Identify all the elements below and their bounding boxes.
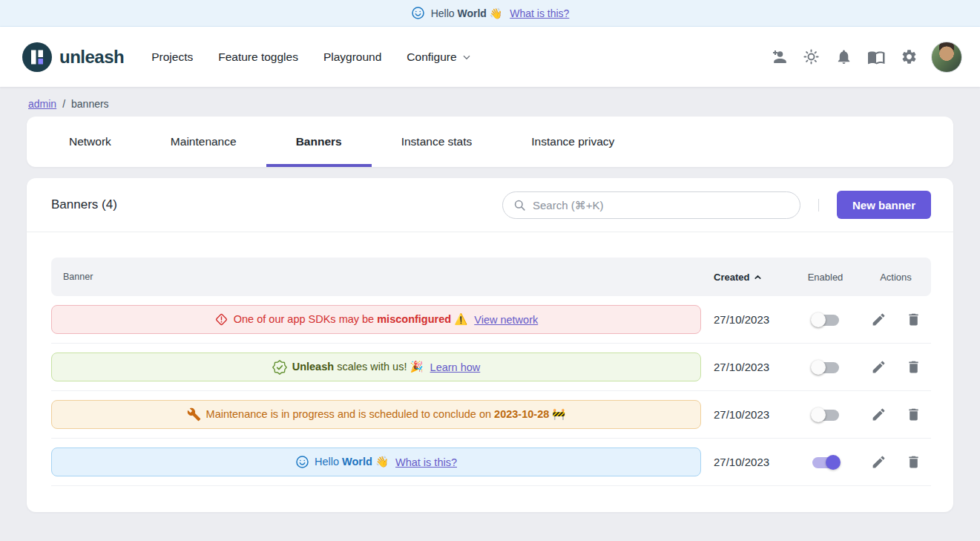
nav-configure[interactable]: Configure: [394, 43, 484, 71]
trash-icon: [906, 454, 921, 470]
trash-icon: [906, 407, 921, 422]
created-date: 27/10/2023: [714, 456, 790, 468]
delete-banner-button[interactable]: [906, 454, 921, 470]
search-box[interactable]: [502, 191, 800, 219]
smiley-icon: [411, 6, 425, 20]
banner-message: Hello World 👋: [315, 456, 389, 468]
notifications-button[interactable]: [827, 41, 860, 73]
nav-playground[interactable]: Playground: [311, 43, 394, 71]
enabled-toggle[interactable]: [811, 454, 841, 470]
theme-toggle-button[interactable]: [795, 41, 827, 73]
delete-banner-button[interactable]: [906, 407, 921, 422]
column-banner: Banner: [51, 272, 714, 282]
tab-instance-stats[interactable]: Instance stats: [372, 117, 502, 167]
table-row: One of our app SDKs may be misconfigured…: [51, 296, 931, 344]
brand-name: unleash: [59, 47, 124, 68]
edit-banner-button[interactable]: [871, 312, 887, 327]
chevron-down-icon: [461, 51, 473, 63]
delete-banner-button[interactable]: [906, 359, 921, 375]
add-user-icon: [769, 48, 787, 66]
panel-header: Banners (4) New banner: [27, 178, 953, 232]
pencil-icon: [871, 359, 887, 375]
enabled-toggle[interactable]: [811, 312, 841, 328]
wrench-icon: [187, 407, 201, 422]
breadcrumb-separator: /: [62, 98, 65, 110]
tab-banners[interactable]: Banners: [266, 117, 372, 167]
banner-link[interactable]: What is this?: [395, 456, 457, 468]
created-date: 27/10/2023: [714, 313, 790, 326]
docs-book-icon: [867, 48, 885, 66]
banner-preview-info: Hello World 👋 What is this?: [51, 447, 701, 476]
search-input[interactable]: [533, 199, 791, 212]
new-banner-button[interactable]: New banner: [837, 191, 931, 219]
announcement-banner: Hello World 👋 What is this?: [0, 0, 980, 27]
banner-preview-warning: Maintenance is in progress and is schedu…: [51, 400, 701, 429]
breadcrumb-admin[interactable]: admin: [28, 98, 56, 110]
settings-gear-icon: [901, 48, 918, 65]
unleash-logo[interactable]: unleash: [22, 42, 124, 72]
table-row: Maintenance is in progress and is schedu…: [51, 391, 931, 439]
documentation-button[interactable]: [860, 41, 892, 73]
trash-icon: [906, 312, 921, 327]
announcement-text: Hello World 👋: [431, 7, 503, 19]
table-row: Unleash scales with us! 🎉 Learn how 27/1…: [51, 344, 931, 391]
table-row: Hello World 👋 What is this? 27/10/2023: [51, 439, 931, 486]
admin-tabs: Network Maintenance Banners Instance sta…: [27, 117, 953, 167]
notifications-bell-icon: [835, 48, 852, 65]
banner-message: Maintenance is in progress and is schedu…: [206, 408, 566, 421]
column-enabled: Enabled: [790, 272, 861, 283]
edit-banner-button[interactable]: [871, 454, 887, 470]
announcement-link[interactable]: What is this?: [510, 7, 569, 19]
banner-message: One of our app SDKs may be misconfigured…: [234, 313, 467, 326]
breadcrumb: admin / banners: [0, 87, 980, 117]
settings-button[interactable]: [892, 41, 925, 73]
tab-maintenance[interactable]: Maintenance: [141, 117, 266, 167]
created-date: 27/10/2023: [714, 408, 790, 421]
search-icon: [513, 198, 527, 212]
main-nav: Projects Feature toggles Playground Conf…: [139, 43, 484, 71]
pencil-icon: [871, 312, 887, 327]
enabled-toggle[interactable]: [811, 407, 841, 423]
delete-banner-button[interactable]: [906, 312, 921, 327]
nav-projects[interactable]: Projects: [139, 43, 205, 71]
created-date: 27/10/2023: [714, 361, 790, 373]
theme-sun-icon: [803, 48, 820, 65]
pencil-icon: [871, 407, 887, 422]
banner-link[interactable]: View network: [474, 314, 538, 326]
banner-link[interactable]: Learn how: [430, 361, 481, 373]
error-diamond-icon: [214, 312, 228, 327]
seal-check-icon: [272, 360, 287, 375]
banner-preview-error: One of our app SDKs may be misconfigured…: [51, 305, 701, 334]
table-header: Banner Created Enabled Actions: [51, 258, 931, 296]
header-divider: [818, 199, 819, 212]
breadcrumb-current: banners: [71, 98, 109, 110]
banners-panel: Banners (4) New banner Banner Created En…: [27, 178, 953, 512]
smiley-icon: [295, 455, 309, 469]
banners-table: Banner Created Enabled Actions: [27, 232, 953, 486]
user-avatar[interactable]: [931, 42, 962, 73]
unleash-logo-icon: [22, 42, 52, 72]
enabled-toggle[interactable]: [811, 359, 841, 376]
edit-banner-button[interactable]: [871, 359, 887, 375]
banner-message: Unleash scales with us! 🎉: [292, 361, 424, 373]
edit-banner-button[interactable]: [871, 407, 887, 422]
add-user-button[interactable]: [762, 41, 795, 73]
trash-icon: [906, 359, 921, 375]
pencil-icon: [871, 454, 887, 470]
sort-ascending-icon: [753, 272, 763, 282]
tab-instance-privacy[interactable]: Instance privacy: [501, 117, 644, 167]
nav-feature-toggles[interactable]: Feature toggles: [205, 43, 311, 71]
banner-preview-success: Unleash scales with us! 🎉 Learn how: [51, 353, 701, 381]
column-actions: Actions: [861, 272, 931, 283]
column-created-sort[interactable]: Created: [714, 272, 790, 283]
tab-network[interactable]: Network: [39, 117, 141, 167]
app-header: unleash Projects Feature toggles Playgro…: [0, 27, 980, 87]
page-title: Banners (4): [51, 197, 117, 212]
